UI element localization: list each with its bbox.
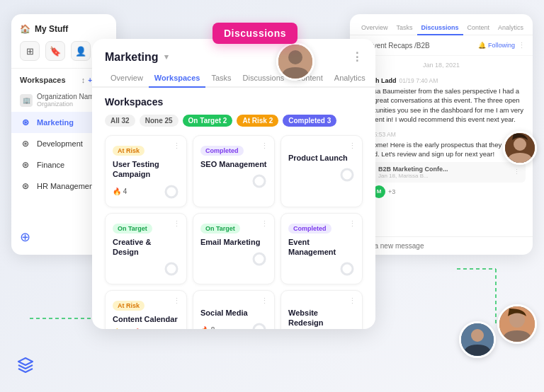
card-title: Website Redesign xyxy=(288,308,355,328)
disc-tab-discussions[interactable]: Discussions xyxy=(417,21,463,35)
progress-ring xyxy=(164,184,179,200)
card-menu-icon[interactable]: ⋮ xyxy=(173,142,181,151)
avatar-male-2 xyxy=(459,321,496,358)
disc-tab-content[interactable]: Content xyxy=(463,21,494,35)
ws-card-event-management[interactable]: ⋮ Completed Event Management xyxy=(280,213,363,285)
following-button[interactable]: 🔔 Following xyxy=(478,42,515,49)
ws-card-user-testing[interactable]: ⋮ At Risk User Testing Campaign 🔥 4 xyxy=(105,135,187,207)
ws-card-website-redesign[interactable]: ⋮ Website Redesign xyxy=(280,290,363,329)
card-menu-icon[interactable]: ⋮ xyxy=(261,219,268,229)
attachment-menu-icon[interactable]: ⋮ xyxy=(514,168,520,175)
svg-point-26 xyxy=(514,138,526,151)
workspaces-section-title: Workspaces xyxy=(105,96,363,108)
disc-tabs: Overview Tasks Discussions Content Analy… xyxy=(350,14,533,35)
progress-ring xyxy=(339,167,355,183)
tab-workspaces[interactable]: Workspaces xyxy=(149,69,206,88)
filter-all[interactable]: All 32 xyxy=(105,115,135,127)
attachment-name: B2B Marketing Confe... xyxy=(378,166,448,173)
svg-point-28 xyxy=(509,312,525,328)
sidebar-item-label: Marketing xyxy=(37,118,74,127)
card-title: SEO Management xyxy=(200,159,267,169)
svg-point-7 xyxy=(166,186,177,197)
progress-ring xyxy=(251,251,267,267)
svg-point-9 xyxy=(254,175,265,187)
card-menu-icon[interactable]: ⋮ xyxy=(348,219,356,229)
discussions-badge: Discussions xyxy=(212,23,298,44)
on-target-badge: On Target xyxy=(113,224,152,234)
card-menu-icon[interactable]: ⋮ xyxy=(261,296,268,306)
layers-icon-btn[interactable]: ⊞ xyxy=(20,41,40,61)
at-risk-badge: At Risk xyxy=(113,301,144,311)
marketing-icon: ⊛ xyxy=(20,117,31,128)
sidebar-item-label: Development xyxy=(37,139,83,148)
hr-icon: ⊛ xyxy=(20,180,31,192)
tab-overview[interactable]: Overview xyxy=(105,69,149,88)
breadcrumb-menu-icon[interactable]: ⋮ xyxy=(518,41,526,50)
disc-tab-tasks[interactable]: Tasks xyxy=(392,21,417,35)
disc-input-row xyxy=(350,236,533,255)
discussions-panel: Overview Tasks Discussions Content Analy… xyxy=(350,14,533,255)
card-menu-icon[interactable]: ⋮ xyxy=(348,142,356,151)
completed-badge: Completed xyxy=(288,224,332,234)
card-title: User Testing Campaign xyxy=(113,159,179,180)
marketing-dropdown-icon[interactable]: ▾ xyxy=(164,52,169,62)
card-footer xyxy=(113,261,179,277)
disc-message-input[interactable] xyxy=(357,242,526,250)
tab-tasks[interactable]: Tasks xyxy=(205,69,237,88)
ws-card-creative-design[interactable]: ⋮ On Target Creative & Design xyxy=(105,213,187,285)
card-menu-icon[interactable]: ⋮ xyxy=(173,219,181,229)
ws-card-product-launch[interactable]: ⋮ Product Launch xyxy=(280,135,363,207)
disc-message-2: 01/19 5:53 AM Awesome! Here is the early… xyxy=(357,131,526,198)
card-footer: ⚠️ 1 🔥 2 xyxy=(113,328,179,329)
card-footer xyxy=(200,173,267,189)
avatar-female-1 xyxy=(503,131,537,165)
home-icon: 🏠 xyxy=(20,24,30,34)
workspaces-section: Workspaces All 32 None 25 On Target 2 At… xyxy=(92,88,375,127)
disc-attachment[interactable]: 📄 B2B Marketing Confe... Jan 18, Marissa… xyxy=(357,162,526,183)
org-icon: 🏢 xyxy=(20,94,33,107)
attachment-date: Jan 18, Marissa B... xyxy=(378,173,448,179)
disc-tab-analytics[interactable]: Analytics xyxy=(494,21,528,35)
stack-icon-bottom[interactable] xyxy=(17,357,34,378)
workspace-grid: ⋮ At Risk User Testing Campaign 🔥 4 ⋮ Co… xyxy=(92,135,375,329)
card-menu-icon[interactable]: ⋮ xyxy=(348,296,356,306)
disc-tab-overview[interactable]: Overview xyxy=(357,21,392,35)
disc-date-1: Jan 18, 2021 xyxy=(357,62,526,69)
card-stat: 🔥 4 xyxy=(113,188,127,195)
ws-card-social-media[interactable]: ⋮ Social Media 🔥 8 xyxy=(193,290,275,329)
ws-card-seo[interactable]: ⋮ Completed SEO Management xyxy=(193,135,275,207)
filter-none[interactable]: None 25 xyxy=(140,115,178,127)
progress-ring xyxy=(251,322,267,329)
card-menu-icon[interactable]: ⋮ xyxy=(173,296,181,306)
sidebar-item-label: Finance xyxy=(37,161,64,169)
ws-card-content-calendar[interactable]: ⋮ At Risk Content Calendar ⚠️ 1 🔥 2 xyxy=(105,290,187,329)
bookmark-icon-btn[interactable]: 🔖 xyxy=(45,41,65,61)
completed-badge: Completed xyxy=(200,146,244,156)
on-target-badge: On Target xyxy=(200,224,240,234)
main-panel: Marketing ▾ ⋮ Overview Workspaces Tasks … xyxy=(92,39,375,329)
at-risk-badge: At Risk xyxy=(113,146,144,156)
development-icon: ⊛ xyxy=(20,138,31,149)
avatar-male-1 xyxy=(276,42,314,81)
sidebar-title: My Stuff xyxy=(35,24,68,34)
msg-time: 01/19 7:40 AM xyxy=(400,77,438,84)
card-footer xyxy=(288,261,355,277)
svg-point-13 xyxy=(166,263,177,275)
tab-analytics[interactable]: Analytics xyxy=(329,69,371,88)
msg-text: Marissa Baumeister from the sales perspe… xyxy=(357,86,526,124)
ws-card-email-marketing[interactable]: ⋮ On Target Email Marketing xyxy=(193,213,275,285)
msg-text-2: Awesome! Here is the early prospectus th… xyxy=(357,140,526,159)
filter-ontarget[interactable]: On Target 2 xyxy=(183,115,233,127)
reactions-plus: +3 xyxy=(388,188,395,195)
card-footer: 🔥 4 xyxy=(113,184,179,200)
card-menu-icon[interactable]: ⋮ xyxy=(261,142,268,151)
sort-icon[interactable]: ↕ xyxy=(81,76,86,84)
filter-atrisk[interactable]: At Risk 2 xyxy=(237,115,278,127)
svg-point-17 xyxy=(341,263,353,275)
filter-completed[interactable]: Completed 3 xyxy=(283,115,336,127)
user-icon-btn[interactable]: 👤 xyxy=(71,41,91,61)
card-title: Content Calendar xyxy=(113,314,179,324)
disc-breadcrumb: ← Event Recaps /B2B 🔔 Following ⋮ xyxy=(350,35,533,56)
scene: Discussions 🏠 My Stuff ⊞ 🔖 👤 Workspaces … xyxy=(0,0,544,392)
panel-menu-icon[interactable]: ⋮ xyxy=(351,50,363,64)
